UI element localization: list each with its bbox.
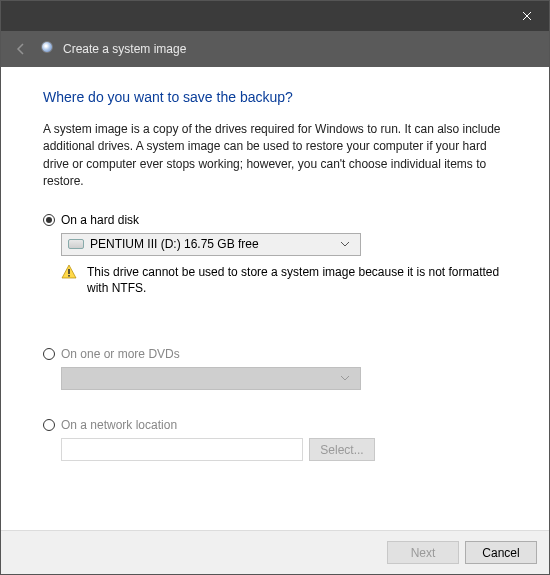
- chevron-down-icon: [336, 234, 354, 255]
- window: Create a system image Where do you want …: [0, 0, 550, 575]
- radio-hard-disk[interactable]: [43, 214, 55, 226]
- back-arrow-icon: [14, 42, 28, 56]
- radio-network[interactable]: [43, 419, 55, 431]
- page-description: A system image is a copy of the drives r…: [43, 121, 507, 191]
- back-button: [9, 37, 33, 61]
- network-input-row: Select...: [61, 438, 507, 461]
- cancel-button[interactable]: Cancel: [465, 541, 537, 564]
- option-dvd: On one or more DVDs: [43, 347, 507, 390]
- close-icon: [522, 11, 532, 21]
- svg-rect-0: [68, 269, 70, 274]
- radio-row-hard-disk[interactable]: On a hard disk: [43, 213, 507, 227]
- wizard-header: Create a system image: [1, 31, 549, 67]
- network-path-input: [61, 438, 303, 461]
- hard-disk-dropdown[interactable]: PENTIUM III (D:) 16.75 GB free: [61, 233, 361, 256]
- radio-label-dvd: On one or more DVDs: [61, 347, 180, 361]
- chevron-down-icon: [336, 368, 354, 389]
- footer: Next Cancel: [1, 530, 549, 574]
- warning-text: This drive cannot be used to store a sys…: [87, 264, 507, 298]
- dvd-dropdown: [61, 367, 361, 390]
- radio-label-network: On a network location: [61, 418, 177, 432]
- radio-row-dvd[interactable]: On one or more DVDs: [43, 347, 507, 361]
- svg-rect-1: [68, 275, 70, 277]
- titlebar: [1, 1, 549, 31]
- wizard-title: Create a system image: [63, 42, 186, 56]
- select-network-button: Select...: [309, 438, 375, 461]
- close-button[interactable]: [504, 1, 549, 31]
- radio-row-network[interactable]: On a network location: [43, 418, 507, 432]
- warning-icon: [61, 264, 77, 280]
- option-hard-disk: On a hard disk PENTIUM III (D:) 16.75 GB…: [43, 213, 507, 320]
- system-image-icon: [41, 41, 57, 57]
- option-network: On a network location Select...: [43, 418, 507, 461]
- radio-label-hard-disk: On a hard disk: [61, 213, 139, 227]
- radio-dvd[interactable]: [43, 348, 55, 360]
- next-button: Next: [387, 541, 459, 564]
- drive-icon: [68, 239, 84, 249]
- content-area: Where do you want to save the backup? A …: [1, 67, 549, 530]
- page-heading: Where do you want to save the backup?: [43, 89, 507, 105]
- hard-disk-selected-value: PENTIUM III (D:) 16.75 GB free: [90, 237, 259, 251]
- warning-row: This drive cannot be used to store a sys…: [61, 264, 507, 298]
